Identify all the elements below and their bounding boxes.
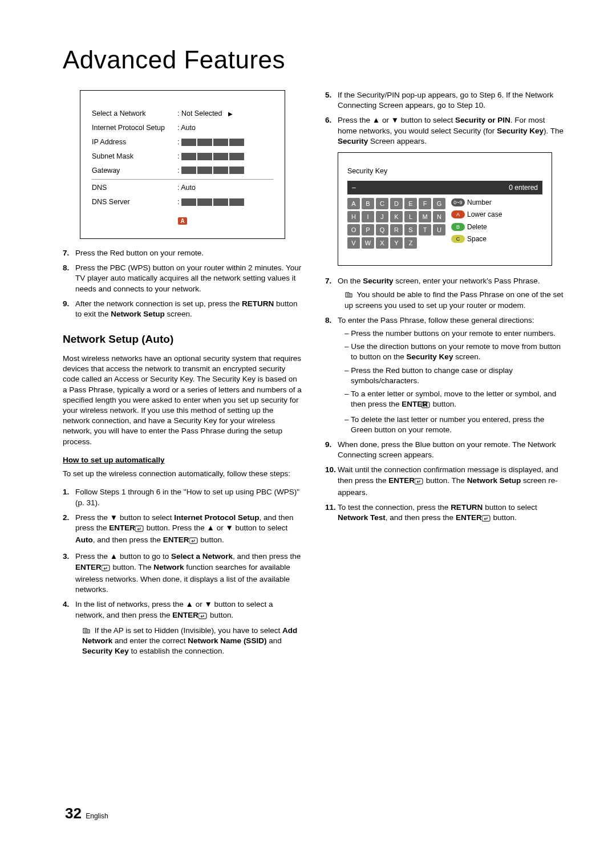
svg-rect-2 (102, 565, 110, 571)
key[interactable]: X (376, 237, 388, 249)
panel-value: : Auto (177, 183, 273, 193)
panel-value: : (177, 152, 273, 161)
step-number: 8. (63, 263, 75, 294)
key[interactable]: G (433, 198, 445, 209)
howto-intro: To set up the wireless connection automa… (63, 469, 302, 479)
key[interactable]: C (376, 198, 388, 209)
step-text: Press the Red button on your remote. (75, 248, 302, 258)
b-badge: B (451, 223, 465, 231)
key[interactable]: Z (404, 237, 417, 249)
step-text: Press the ▲ button to go to Select a Net… (75, 551, 302, 595)
step-number: 9. (63, 299, 75, 319)
key[interactable]: D (390, 198, 403, 209)
panel-label: Gateway (92, 166, 177, 176)
c-badge: C (451, 235, 465, 243)
key[interactable]: O (347, 224, 360, 236)
enter-icon (189, 537, 198, 547)
key[interactable]: Y (390, 237, 403, 249)
list-item: 6. Press the ▲ or ▼ button to select Sec… (325, 115, 565, 147)
panel-row: Select a Network: Not Selected (92, 107, 273, 121)
key[interactable]: L (404, 211, 417, 222)
key[interactable]: T (419, 224, 431, 236)
key[interactable]: M (419, 211, 431, 222)
step-text: To test the connection, press the RETURN… (338, 502, 565, 525)
panel-value: : (177, 137, 273, 147)
enter-icon (198, 612, 208, 622)
step-number: 1. (63, 487, 75, 508)
list-item: 7. On the Security screen, enter your ne… (325, 276, 565, 311)
step-number: 2. (63, 513, 75, 547)
step-text: Press the PBC (WPS) button on your route… (75, 263, 302, 294)
footer-lang: English (86, 812, 108, 820)
key[interactable]: P (362, 224, 374, 236)
svg-rect-1 (189, 538, 197, 543)
step-text: On the Security screen, enter your netwo… (338, 276, 565, 311)
security-key-bar: – 0 entered (347, 181, 542, 194)
keyboard-legend: 0~9Number ALower case BDelete CSpace (451, 198, 502, 246)
key[interactable]: N (433, 211, 445, 222)
key[interactable]: S (404, 224, 417, 236)
step-number: 7. (63, 248, 75, 258)
key[interactable]: R (390, 224, 403, 236)
step-text: When done, press the Blue button on your… (338, 440, 565, 460)
footer: 32 English (65, 805, 108, 822)
step-text: Press the ▲ or ▼ button to select Securi… (338, 115, 565, 147)
sub-item: – Use the direction buttons on your remo… (345, 342, 565, 362)
auto-heading: Network Setup (Auto) (63, 332, 302, 347)
key[interactable]: V (347, 237, 360, 249)
number-badge: 0~9 (451, 198, 465, 206)
panel-value: : Not Selected (177, 109, 273, 119)
step-number: 10. (325, 465, 338, 498)
list-item: 8.Press the PBC (WPS) button on your rou… (63, 263, 302, 294)
key[interactable]: B (362, 198, 374, 209)
step-number: 11. (325, 502, 338, 525)
list-item: 2. Press the ▼ button to select Internet… (63, 513, 302, 547)
note: If the AP is set to Hidden (Invisible), … (82, 626, 302, 657)
step-number: 6. (325, 115, 338, 147)
page-number: 32 (65, 805, 82, 822)
a-badge: A (178, 217, 187, 225)
key[interactable]: U (433, 224, 445, 236)
sub-item: – To delete the last letter or number yo… (345, 415, 565, 435)
svg-rect-5 (415, 478, 423, 484)
key[interactable]: I (362, 211, 374, 222)
panel-label: DNS (92, 183, 177, 193)
key[interactable]: F (419, 198, 431, 209)
legend-delete: Delete (467, 222, 487, 232)
panel-value: : (177, 197, 273, 207)
key[interactable]: K (390, 211, 403, 222)
step-number: 4. (63, 599, 75, 656)
key[interactable]: E (404, 198, 417, 209)
panel-label: DNS Server (92, 197, 177, 207)
auto-body: Most wireless networks have an optional … (63, 354, 302, 447)
right-column: 5. If the Security/PIN pop-up appears, g… (325, 90, 565, 661)
list-item: 9. When done, press the Blue button on y… (325, 440, 565, 460)
note: You should be able to find the Pass Phra… (345, 290, 565, 310)
panel-badge-row: A (92, 216, 273, 226)
security-key-title: Security Key (347, 167, 542, 176)
keyboard-row: ABCDEFG (347, 198, 445, 209)
panel-row: DNS Server: (92, 195, 273, 209)
sub-item: – Press the Red button to change case or… (345, 366, 565, 386)
step-text: Press the ▼ button to select Internet Pr… (75, 513, 302, 547)
howto-heading: How to set up automatically (63, 455, 302, 465)
list-item: 3. Press the ▲ button to go to Select a … (63, 551, 302, 595)
sub-item: – Press the number buttons on your remot… (345, 328, 565, 339)
list-item: 8. To enter the Pass Phrase, follow thes… (325, 315, 565, 435)
key[interactable]: W (362, 237, 374, 249)
key[interactable]: A (347, 198, 360, 209)
list-item: 10. Wait until the connection confirmati… (325, 465, 565, 498)
key[interactable]: Q (376, 224, 388, 236)
panel-row: Internet Protocol Setup: Auto (92, 121, 273, 135)
svg-rect-3 (198, 613, 206, 619)
entered-count: 0 entered (509, 183, 538, 192)
page-title: Advanced Features (63, 46, 565, 74)
step-text: Follow Steps 1 through 6 in the "How to … (75, 487, 302, 508)
enter-icon (135, 525, 144, 535)
a-badge: A (451, 210, 465, 218)
cursor: – (352, 183, 356, 192)
key[interactable]: H (347, 211, 360, 222)
panel-row: DNS: Auto (92, 179, 273, 195)
list-item: 4. In the list of networks, press the ▲ … (63, 599, 302, 656)
key[interactable]: J (376, 211, 388, 222)
